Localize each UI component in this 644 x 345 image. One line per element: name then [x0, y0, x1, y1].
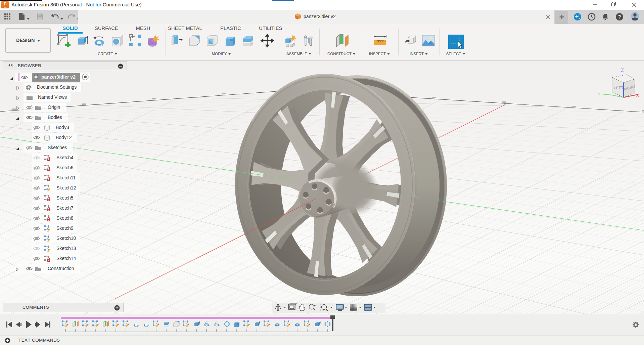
svg-text:LEFT: LEFT — [613, 86, 623, 90]
svg-text:Z: Z — [621, 67, 624, 73]
svg-text:?: ? — [618, 14, 621, 19]
svg-text:X: X — [636, 92, 639, 98]
svg-text:Y: Y — [597, 91, 601, 97]
